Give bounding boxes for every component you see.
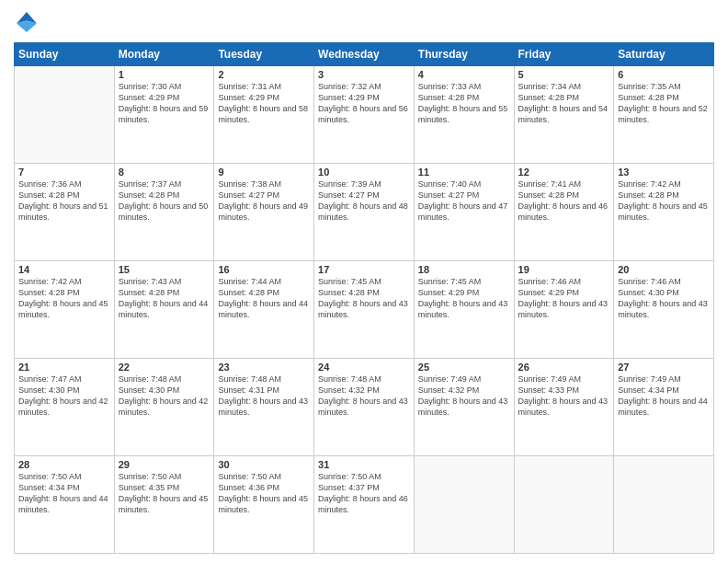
day-info: Sunrise: 7:41 AMSunset: 4:28 PMDaylight:…	[518, 178, 610, 224]
calendar-cell: 1Sunrise: 7:30 AMSunset: 4:29 PMDaylight…	[114, 66, 214, 164]
calendar-cell	[414, 456, 514, 554]
day-number: 25	[418, 362, 510, 373]
day-number: 5	[518, 69, 610, 80]
calendar-cell: 11Sunrise: 7:40 AMSunset: 4:27 PMDayligh…	[414, 164, 514, 261]
day-number: 2	[218, 69, 310, 80]
calendar-cell	[514, 456, 614, 554]
calendar-header-wednesday: Wednesday	[314, 43, 415, 66]
calendar-cell: 26Sunrise: 7:49 AMSunset: 4:33 PMDayligh…	[514, 359, 614, 456]
day-info: Sunrise: 7:50 AMSunset: 4:34 PMDaylight:…	[18, 471, 110, 516]
calendar-cell: 15Sunrise: 7:43 AMSunset: 4:28 PMDayligh…	[114, 261, 214, 359]
calendar-cell: 18Sunrise: 7:45 AMSunset: 4:29 PMDayligh…	[414, 261, 514, 359]
calendar-header-tuesday: Tuesday	[214, 43, 314, 66]
calendar-cell: 30Sunrise: 7:50 AMSunset: 4:36 PMDayligh…	[214, 456, 314, 554]
day-info: Sunrise: 7:43 AMSunset: 4:28 PMDaylight:…	[119, 276, 210, 321]
day-number: 8	[119, 167, 210, 178]
calendar-cell: 16Sunrise: 7:44 AMSunset: 4:28 PMDayligh…	[214, 261, 314, 359]
day-info: Sunrise: 7:31 AMSunset: 4:29 PMDaylight:…	[218, 81, 310, 126]
day-info: Sunrise: 7:42 AMSunset: 4:28 PMDaylight:…	[18, 276, 110, 321]
day-number: 15	[119, 264, 210, 275]
calendar-cell: 21Sunrise: 7:47 AMSunset: 4:30 PMDayligh…	[15, 359, 115, 456]
calendar-cell: 28Sunrise: 7:50 AMSunset: 4:34 PMDayligh…	[15, 456, 115, 554]
day-info: Sunrise: 7:44 AMSunset: 4:28 PMDaylight:…	[218, 276, 310, 321]
day-number: 28	[18, 459, 110, 470]
day-number: 21	[18, 362, 110, 373]
calendar-cell: 9Sunrise: 7:38 AMSunset: 4:27 PMDaylight…	[214, 164, 314, 261]
calendar-week-1: 1Sunrise: 7:30 AMSunset: 4:29 PMDaylight…	[15, 66, 714, 164]
day-info: Sunrise: 7:34 AMSunset: 4:28 PMDaylight:…	[518, 81, 610, 126]
calendar-cell: 24Sunrise: 7:48 AMSunset: 4:32 PMDayligh…	[314, 359, 415, 456]
calendar-cell: 31Sunrise: 7:50 AMSunset: 4:37 PMDayligh…	[314, 456, 415, 554]
day-info: Sunrise: 7:36 AMSunset: 4:28 PMDaylight:…	[18, 178, 110, 224]
day-number: 23	[218, 362, 310, 373]
day-info: Sunrise: 7:33 AMSunset: 4:28 PMDaylight:…	[418, 81, 510, 126]
day-info: Sunrise: 7:50 AMSunset: 4:36 PMDaylight:…	[218, 471, 310, 516]
day-info: Sunrise: 7:38 AMSunset: 4:27 PMDaylight:…	[218, 178, 310, 224]
day-number: 4	[418, 69, 510, 80]
day-number: 19	[518, 264, 610, 275]
calendar-cell	[614, 456, 714, 554]
day-number: 3	[318, 69, 410, 80]
calendar-cell	[15, 66, 115, 164]
day-number: 31	[318, 459, 410, 470]
day-number: 22	[119, 362, 210, 373]
day-info: Sunrise: 7:45 AMSunset: 4:29 PMDaylight:…	[418, 276, 510, 321]
day-number: 12	[518, 167, 610, 178]
day-number: 9	[218, 167, 310, 178]
day-info: Sunrise: 7:50 AMSunset: 4:35 PMDaylight:…	[119, 471, 210, 516]
logo-icon	[14, 9, 40, 35]
calendar-header-thursday: Thursday	[414, 43, 514, 66]
day-number: 7	[18, 167, 110, 178]
calendar-cell: 2Sunrise: 7:31 AMSunset: 4:29 PMDaylight…	[214, 66, 314, 164]
calendar-cell: 13Sunrise: 7:42 AMSunset: 4:28 PMDayligh…	[614, 164, 714, 261]
calendar-week-4: 21Sunrise: 7:47 AMSunset: 4:30 PMDayligh…	[15, 359, 714, 456]
calendar-week-2: 7Sunrise: 7:36 AMSunset: 4:28 PMDaylight…	[15, 164, 714, 261]
calendar-cell: 27Sunrise: 7:49 AMSunset: 4:34 PMDayligh…	[614, 359, 714, 456]
page: SundayMondayTuesdayWednesdayThursdayFrid…	[0, 0, 728, 563]
day-number: 14	[18, 264, 110, 275]
day-info: Sunrise: 7:48 AMSunset: 4:30 PMDaylight:…	[119, 373, 210, 419]
day-info: Sunrise: 7:42 AMSunset: 4:28 PMDaylight:…	[618, 178, 710, 224]
day-number: 13	[618, 167, 710, 178]
day-info: Sunrise: 7:48 AMSunset: 4:31 PMDaylight:…	[218, 373, 310, 419]
day-number: 27	[618, 362, 710, 373]
calendar-cell: 29Sunrise: 7:50 AMSunset: 4:35 PMDayligh…	[114, 456, 214, 554]
day-number: 24	[318, 362, 410, 373]
day-number: 1	[119, 69, 210, 80]
day-info: Sunrise: 7:37 AMSunset: 4:28 PMDaylight:…	[119, 178, 210, 224]
day-number: 11	[418, 167, 510, 178]
day-number: 18	[418, 264, 510, 275]
calendar-header-sunday: Sunday	[15, 43, 115, 66]
calendar-cell: 22Sunrise: 7:48 AMSunset: 4:30 PMDayligh…	[114, 359, 214, 456]
calendar-cell: 4Sunrise: 7:33 AMSunset: 4:28 PMDaylight…	[414, 66, 514, 164]
calendar-cell: 12Sunrise: 7:41 AMSunset: 4:28 PMDayligh…	[514, 164, 614, 261]
day-number: 10	[318, 167, 410, 178]
day-info: Sunrise: 7:40 AMSunset: 4:27 PMDaylight:…	[418, 178, 510, 224]
day-number: 16	[218, 264, 310, 275]
calendar-header-monday: Monday	[114, 43, 214, 66]
calendar-table: SundayMondayTuesdayWednesdayThursdayFrid…	[14, 42, 714, 554]
calendar-cell: 10Sunrise: 7:39 AMSunset: 4:27 PMDayligh…	[314, 164, 415, 261]
header	[14, 9, 714, 35]
day-info: Sunrise: 7:49 AMSunset: 4:33 PMDaylight:…	[518, 373, 610, 419]
day-info: Sunrise: 7:32 AMSunset: 4:29 PMDaylight:…	[318, 81, 410, 126]
day-number: 29	[119, 459, 210, 470]
calendar-week-3: 14Sunrise: 7:42 AMSunset: 4:28 PMDayligh…	[15, 261, 714, 359]
calendar-cell: 14Sunrise: 7:42 AMSunset: 4:28 PMDayligh…	[15, 261, 115, 359]
day-info: Sunrise: 7:30 AMSunset: 4:29 PMDaylight:…	[119, 81, 210, 126]
calendar-cell: 19Sunrise: 7:46 AMSunset: 4:29 PMDayligh…	[514, 261, 614, 359]
calendar-cell: 8Sunrise: 7:37 AMSunset: 4:28 PMDaylight…	[114, 164, 214, 261]
day-number: 20	[618, 264, 710, 275]
calendar-header-friday: Friday	[514, 43, 614, 66]
day-info: Sunrise: 7:46 AMSunset: 4:30 PMDaylight:…	[618, 276, 710, 321]
day-info: Sunrise: 7:35 AMSunset: 4:28 PMDaylight:…	[618, 81, 710, 126]
day-number: 6	[618, 69, 710, 80]
calendar-cell: 23Sunrise: 7:48 AMSunset: 4:31 PMDayligh…	[214, 359, 314, 456]
day-info: Sunrise: 7:46 AMSunset: 4:29 PMDaylight:…	[518, 276, 610, 321]
day-info: Sunrise: 7:47 AMSunset: 4:30 PMDaylight:…	[18, 373, 110, 419]
day-number: 26	[518, 362, 610, 373]
calendar-header-row: SundayMondayTuesdayWednesdayThursdayFrid…	[15, 43, 714, 66]
calendar-cell: 7Sunrise: 7:36 AMSunset: 4:28 PMDaylight…	[15, 164, 115, 261]
day-info: Sunrise: 7:48 AMSunset: 4:32 PMDaylight:…	[318, 373, 410, 419]
day-number: 17	[318, 264, 410, 275]
